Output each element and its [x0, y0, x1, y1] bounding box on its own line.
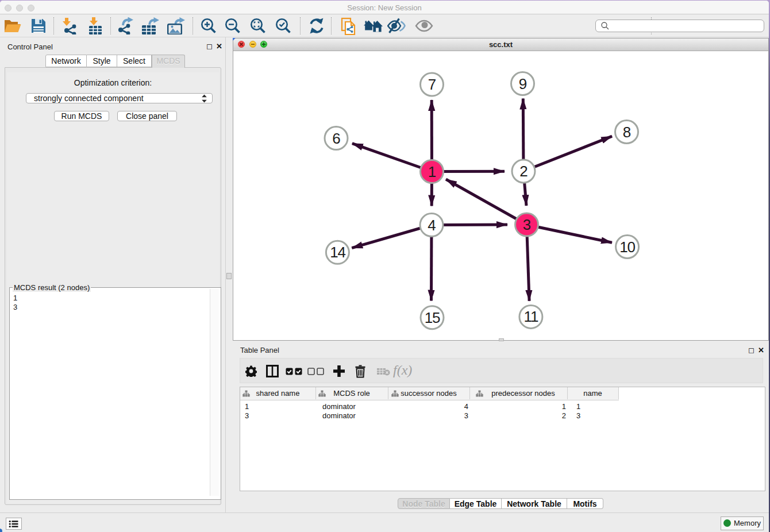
svg-text:4: 4 [428, 217, 436, 234]
svg-text:10: 10 [619, 238, 635, 256]
svg-text:8: 8 [623, 124, 631, 141]
svg-text:3: 3 [523, 216, 531, 233]
svg-text:2: 2 [519, 163, 528, 180]
svg-text:14: 14 [330, 244, 345, 261]
svg-text:9: 9 [519, 75, 527, 92]
svg-text:7: 7 [428, 76, 436, 93]
svg-text:11: 11 [524, 308, 538, 325]
svg-text:15: 15 [425, 309, 440, 326]
svg-text:6: 6 [332, 130, 340, 147]
svg-text:1: 1 [428, 163, 436, 180]
